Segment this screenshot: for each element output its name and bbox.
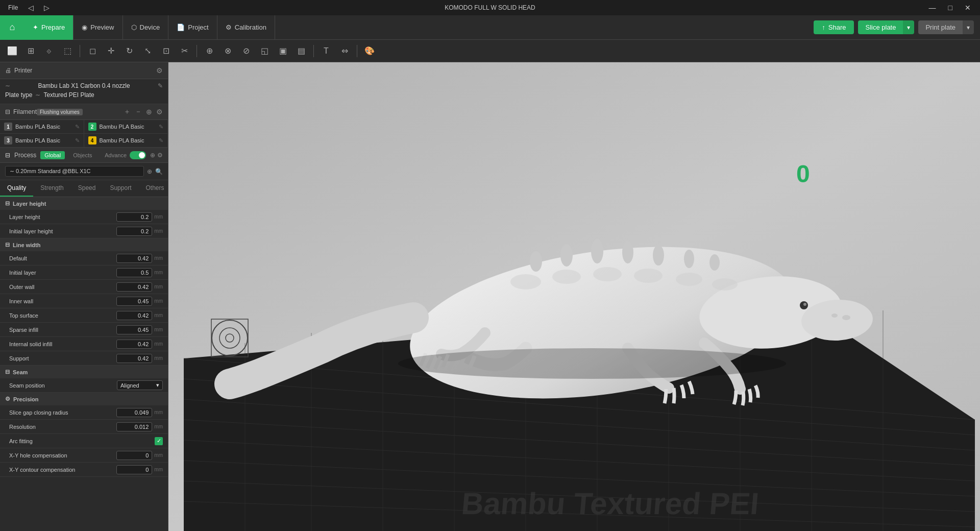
tool-modifier[interactable]: ▤ <box>293 43 309 59</box>
filament-edit-2[interactable]: ✎ <box>159 124 163 130</box>
home-button[interactable]: ⌂ <box>0 15 24 40</box>
forward-button[interactable]: ▷ <box>41 3 53 13</box>
filament-remove-button[interactable]: － <box>135 107 142 116</box>
tab-prepare[interactable]: ✦ Prepare <box>24 15 74 40</box>
qtab-quality[interactable]: Quality <box>0 180 33 197</box>
maximize-button[interactable]: □ <box>944 3 957 13</box>
file-menu[interactable]: File <box>5 3 21 12</box>
tool-orient[interactable]: ⊗ <box>219 43 236 59</box>
qtab-support[interactable]: Support <box>103 180 138 197</box>
printer-name-tilde: ∼ <box>5 82 10 89</box>
filament-edit-1[interactable]: ✎ <box>75 124 80 130</box>
tool-paint[interactable]: 🎨 <box>361 43 378 59</box>
outer-wall-input[interactable] <box>116 282 152 292</box>
filament-item-2[interactable]: 2 Bambu PLA Basic ✎ <box>84 120 168 134</box>
filament-settings-button[interactable]: ⚙ <box>156 108 163 116</box>
arc-fitting-checkbox[interactable]: ✓ <box>155 437 163 445</box>
initial-layer-height-unit: mm <box>154 228 163 234</box>
filament-copy-button[interactable]: ⊕ <box>146 108 152 116</box>
support-input[interactable] <box>116 354 152 363</box>
slice-button[interactable]: Slice plate <box>858 20 903 34</box>
qtab-others[interactable]: Others <box>138 180 168 197</box>
plate-type-row[interactable]: Plate type ∼ Textured PEI Plate <box>5 89 163 101</box>
tool-mirror[interactable]: ⇔ <box>336 43 353 59</box>
filament-edit-3[interactable]: ✎ <box>75 137 80 144</box>
process-settings-button[interactable]: ⚙ <box>157 152 163 159</box>
printer-settings-icon[interactable]: ⚙ <box>156 66 163 75</box>
tab-project-label: Project <box>188 23 208 31</box>
layer-height-input[interactable] <box>116 212 152 222</box>
filament-item-3[interactable]: 3 Bambu PLA Basic ✎ <box>0 134 84 148</box>
seam-position-chevron-icon: ▾ <box>156 382 159 389</box>
xy-contour-input[interactable] <box>116 465 152 474</box>
close-button[interactable]: ✕ <box>961 3 975 13</box>
svg-point-36 <box>560 244 573 267</box>
tool-scale[interactable]: ⤡ <box>139 43 156 59</box>
resolution-input[interactable] <box>116 422 152 431</box>
printer-edit-icon[interactable]: ✎ <box>158 82 163 89</box>
internal-solid-infill-input[interactable] <box>116 340 152 349</box>
outer-wall-row: Outer wall mm <box>0 280 168 294</box>
filament-edit-4[interactable]: ✎ <box>159 137 163 144</box>
qtab-speed[interactable]: Speed <box>71 180 103 197</box>
svg-point-33 <box>676 273 702 286</box>
tool-select[interactable]: ◻ <box>84 43 101 59</box>
sparse-infill-input[interactable] <box>116 325 152 334</box>
minimize-button[interactable]: — <box>925 3 940 13</box>
objects-tab[interactable]: Objects <box>69 151 96 159</box>
back-button[interactable]: ◁ <box>25 3 37 13</box>
support-row: Support mm <box>0 351 168 366</box>
default-row: Default mm <box>0 251 168 266</box>
filament-item-4[interactable]: 4 Bambu PLA Basic ✎ <box>84 134 168 148</box>
print-dropdown-button[interactable]: ▾ <box>963 20 974 34</box>
tool-rotate-view[interactable]: ⟐ <box>41 43 57 59</box>
print-button[interactable]: Print plate <box>918 20 963 34</box>
filament-item-1[interactable]: 1 Bambu PLA Basic ✎ <box>0 120 84 134</box>
tab-project[interactable]: 📄 Project <box>168 15 217 40</box>
slice-gap-input[interactable] <box>116 408 152 417</box>
global-tab[interactable]: Global <box>40 151 65 159</box>
tool-cube[interactable]: ⬜ <box>4 43 20 59</box>
top-surface-input[interactable] <box>116 311 152 320</box>
process-copy-button[interactable]: ⊕ <box>150 152 155 159</box>
tool-slice[interactable]: ⊘ <box>238 43 254 59</box>
tool-place-face[interactable]: ⊡ <box>158 43 174 59</box>
qtab-strength[interactable]: Strength <box>33 180 70 197</box>
tool-cut[interactable]: ✂ <box>176 43 192 59</box>
tool-frame[interactable]: ⬚ <box>59 43 76 59</box>
tab-calibration[interactable]: ⚙ Calibration <box>217 15 275 40</box>
svg-point-40 <box>684 250 694 268</box>
advance-toggle-group: Advance <box>105 151 146 159</box>
flushing-volumes-button[interactable]: Flushing volumes <box>37 109 83 115</box>
tool-move[interactable]: ✛ <box>103 43 119 59</box>
default-input[interactable] <box>116 254 152 263</box>
seam-position-dropdown[interactable]: Aligned ▾ <box>117 380 163 390</box>
viewport[interactable]: Bambu Textured PEI 0 <box>168 62 980 531</box>
tool-rotate[interactable]: ↻ <box>121 43 137 59</box>
svg-point-41 <box>709 254 720 271</box>
tab-preview[interactable]: ◉ Preview <box>74 15 122 40</box>
tool-arrange[interactable]: ⊕ <box>201 43 217 59</box>
profile-search-button[interactable]: 🔍 <box>155 168 163 175</box>
initial-layer-input[interactable] <box>116 268 152 277</box>
filament-add-button[interactable]: ＋ <box>124 107 131 116</box>
tool-seam[interactable]: ▣ <box>275 43 291 59</box>
profile-save-button[interactable]: ⊕ <box>147 168 152 175</box>
advance-toggle[interactable] <box>130 151 146 159</box>
tool-text[interactable]: T <box>318 43 334 59</box>
tool-grid[interactable]: ⊞ <box>22 43 39 59</box>
tab-calibration-label: Calibration <box>235 23 266 31</box>
share-button[interactable]: ↑ Share <box>814 20 854 34</box>
xy-hole-input[interactable] <box>116 451 152 460</box>
profile-name-text: 0.20mm Standard @BBL X1C <box>16 168 91 174</box>
printer-name-row: ∼ Bambu Lab X1 Carbon 0.4 nozzle ✎ <box>5 82 163 89</box>
slice-dropdown-button[interactable]: ▾ <box>903 20 914 34</box>
profile-dropdown[interactable]: ∼ 0.20mm Standard @BBL X1C <box>5 166 144 177</box>
slice-gap-label: Slice gap closing radius <box>9 409 116 416</box>
tab-device[interactable]: ⬡ Device <box>123 15 169 40</box>
toolbar-sep-2 <box>197 45 197 57</box>
filament-label-4: Bambu PLA Basic <box>100 137 156 143</box>
inner-wall-input[interactable] <box>116 297 152 306</box>
tool-support[interactable]: ◱ <box>256 43 273 59</box>
initial-layer-height-input[interactable] <box>116 227 152 236</box>
